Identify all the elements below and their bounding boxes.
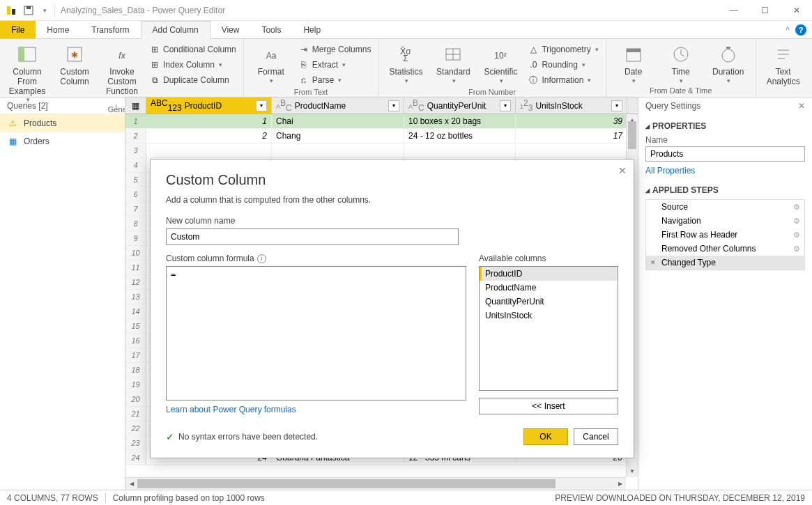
status-bar: 4 COLUMNS, 77 ROWS Column profiling base… <box>0 490 812 505</box>
scroll-down-icon[interactable]: ▼ <box>627 465 638 477</box>
dialog-close-icon[interactable]: ✕ <box>618 165 627 176</box>
horizontal-scrollbar[interactable]: ◀ ▶ <box>125 477 626 490</box>
cell: 2 <box>146 129 272 143</box>
extract-button[interactable]: ⎘Extract▾ <box>296 57 374 72</box>
maximize-button[interactable]: ☐ <box>749 0 781 21</box>
gear-icon[interactable]: ⚙ <box>793 203 800 212</box>
applied-step[interactable]: Removed Other Columns⚙ <box>646 242 804 256</box>
available-columns-list[interactable]: ProductIDProductNameQuantityPerUnitUnits… <box>479 266 618 391</box>
table-row[interactable]: 22Chang24 - 12 oz bottles17 <box>125 129 638 143</box>
window-controls: — ☐ ✕ <box>718 0 812 21</box>
available-column-item[interactable]: ProductID <box>480 267 618 281</box>
help-icon[interactable]: ? <box>795 24 806 36</box>
close-button[interactable]: ✕ <box>781 0 812 21</box>
column-header-quantityperunit[interactable]: ABCQuantityPerUnit▾ <box>404 98 516 114</box>
merge-columns-button[interactable]: ⇥Merge Columns <box>296 42 374 57</box>
applied-step[interactable]: Source⚙ <box>646 200 804 214</box>
custom-column-button[interactable]: ✱Custom Column <box>52 40 98 88</box>
type-icon: 123 <box>520 98 533 113</box>
available-column-item[interactable]: QuantityPerUnit <box>480 295 618 309</box>
information-button[interactable]: ⓘInformation▾ <box>525 72 601 88</box>
gear-icon[interactable]: ⚙ <box>793 231 800 240</box>
date-button[interactable]: Date▾ <box>611 40 657 86</box>
hscroll-thumb[interactable] <box>137 479 556 488</box>
tab-file[interactable]: File <box>0 21 36 38</box>
minimize-button[interactable]: — <box>718 0 749 21</box>
vision-button[interactable]: Vision <box>808 40 812 79</box>
applied-step[interactable]: First Row as Header⚙ <box>646 228 804 242</box>
scroll-thumb[interactable] <box>628 121 636 149</box>
gear-icon[interactable]: ⚙ <box>793 244 800 254</box>
standard-button[interactable]: Standard▾ <box>430 40 476 86</box>
type-icon: ABC123 <box>151 98 182 113</box>
row-number: 13 <box>125 290 146 304</box>
column-dropdown-icon[interactable]: ▾ <box>500 100 511 111</box>
column-header-productid[interactable]: ABC123ProductID▾ <box>146 98 272 114</box>
available-column-item[interactable]: UnitsInStock <box>480 309 618 323</box>
column-header-productname[interactable]: ABCProductName▾ <box>272 98 404 114</box>
table-row[interactable]: 3 <box>125 143 638 158</box>
new-column-name-input[interactable] <box>166 228 459 245</box>
gear-icon[interactable]: ⚙ <box>793 217 800 226</box>
all-properties-link[interactable]: All Properties <box>645 166 695 176</box>
formula-input[interactable] <box>166 266 466 401</box>
info-icon[interactable]: i <box>257 254 266 263</box>
properties-section[interactable]: ◢PROPERTIES <box>645 121 805 131</box>
qat-dropdown-icon[interactable]: ▾ <box>38 4 50 17</box>
tab-tools[interactable]: Tools <box>250 21 292 38</box>
svg-text:10²: 10² <box>495 51 507 61</box>
parse-button[interactable]: ⎌Parse▾ <box>296 72 374 88</box>
duplicate-column-button[interactable]: ⧉Duplicate Column <box>146 72 239 88</box>
row-number: 7 <box>125 202 146 216</box>
status-profiling: Column profiling based on top 1000 rows <box>113 493 265 503</box>
tab-help[interactable]: Help <box>292 21 332 38</box>
available-column-item[interactable]: ProductName <box>480 281 618 295</box>
column-dropdown-icon[interactable]: ▾ <box>388 100 399 111</box>
query-item-orders[interactable]: ▦ Orders <box>0 132 125 150</box>
column-header-unitsinstock[interactable]: 123UnitsInStock▾ <box>516 98 627 114</box>
collapse-queries-icon[interactable]: ‹ <box>115 101 118 111</box>
applied-step[interactable]: Navigation⚙ <box>646 214 804 228</box>
duration-button[interactable]: Duration▾ <box>705 40 751 86</box>
row-number: 3 <box>125 143 146 157</box>
format-button[interactable]: AaFormat▾ <box>248 40 294 86</box>
app-icon <box>4 3 18 17</box>
trigonometry-button[interactable]: △Trigonometry▾ <box>525 42 601 57</box>
statistics-button[interactable]: X̄σΣStatistics▾ <box>383 40 429 86</box>
conditional-column-button[interactable]: ⊞Conditional Column <box>146 42 239 57</box>
insert-button[interactable]: << Insert <box>479 398 618 414</box>
tab-view[interactable]: View <box>210 21 251 38</box>
query-name-input[interactable] <box>645 146 805 162</box>
scroll-right-icon[interactable]: ▶ <box>614 478 626 490</box>
svg-rect-22 <box>726 47 730 49</box>
text-analytics-button[interactable]: Text Analytics <box>760 40 806 88</box>
collapse-ribbon-icon[interactable]: ^ <box>786 25 790 35</box>
tab-transform[interactable]: Transform <box>80 21 140 38</box>
save-icon[interactable] <box>22 4 35 17</box>
column-from-examples-button[interactable]: Column From Examples▾ <box>4 40 50 105</box>
ribbon: Column From Examples▾ ✱Custom Column fxI… <box>0 39 812 98</box>
applied-steps-section[interactable]: ◢APPLIED STEPS <box>645 185 805 195</box>
invoke-custom-function-button[interactable]: fxInvoke Custom Function <box>99 40 145 98</box>
applied-steps-list: Source⚙Navigation⚙First Row as Header⚙Re… <box>645 199 805 270</box>
index-column-button[interactable]: ⊞Index Column▾ <box>146 57 239 72</box>
row-number: 10 <box>125 246 146 260</box>
query-item-products[interactable]: ⚠ Products <box>0 114 125 132</box>
queries-header: Queries [2] ‹ <box>0 98 125 114</box>
tab-add-column[interactable]: Add Column <box>141 21 210 39</box>
learn-formulas-link[interactable]: Learn about Power Query formulas <box>166 405 466 414</box>
time-button[interactable]: Time▾ <box>658 40 704 86</box>
ok-button[interactable]: OK <box>523 428 568 445</box>
close-settings-icon[interactable]: ✕ <box>798 101 805 111</box>
scientific-button[interactable]: 10²Scientific▾ <box>477 40 523 86</box>
column-dropdown-icon[interactable]: ▾ <box>611 100 622 111</box>
tab-home[interactable]: Home <box>36 21 80 38</box>
grid-corner[interactable]: ▦ <box>125 98 146 114</box>
rounding-button[interactable]: .0Rounding▾ <box>525 57 601 72</box>
cancel-button[interactable]: Cancel <box>574 428 618 445</box>
scroll-left-icon[interactable]: ◀ <box>125 478 137 490</box>
applied-step[interactable]: Changed Type <box>646 256 804 270</box>
group-label-datetime: From Date & Time <box>611 86 751 95</box>
column-dropdown-icon[interactable]: ▾ <box>256 100 267 111</box>
table-row[interactable]: 11Chai10 boxes x 20 bags39 <box>125 114 638 129</box>
